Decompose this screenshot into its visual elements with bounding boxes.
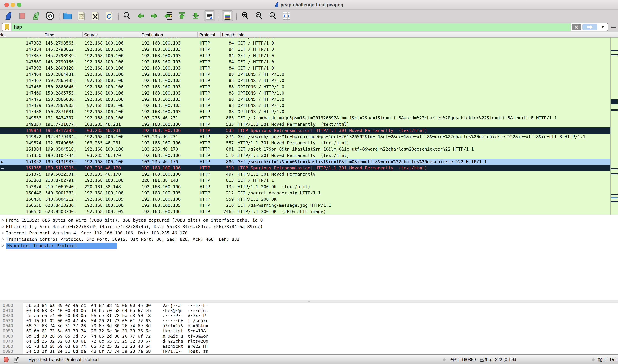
column-header-time[interactable]: Time bbox=[43, 32, 83, 38]
hex-row[interactable]: 005069 6b 61 73 6c 69 73 7426 72 6e 3d 3… bbox=[0, 328, 618, 334]
packet-row[interactable]: 147387145.2798939…192.168.100.106192.168… bbox=[0, 53, 610, 59]
hex-row[interactable]: 001003 68 63 33 40 00 40 0618 b5 c0 a8 6… bbox=[0, 308, 618, 313]
packet-row[interactable]: 147389145.2799150…192.168.100.106192.168… bbox=[0, 59, 610, 65]
capture-options-button[interactable]: ⚙ bbox=[44, 10, 55, 21]
hex-bytes: 65 73 63 68 69 63 6b 74 bbox=[26, 344, 86, 349]
column-header-no[interactable]: No. bbox=[0, 32, 43, 38]
find-packet-button[interactable] bbox=[121, 10, 132, 21]
display-filter-input[interactable] bbox=[12, 23, 571, 31]
cell-time: 192.6749630… bbox=[43, 140, 83, 146]
packet-row[interactable]: 151375199.5822381…103.235.46.170192.168.… bbox=[0, 171, 610, 177]
packet-row[interactable]: 147383145.2798565…192.168.100.106192.168… bbox=[0, 40, 610, 46]
packet-row[interactable]: 149841191.9717388…103.235.46.231192.168.… bbox=[0, 128, 610, 134]
zoom-normal-button[interactable] bbox=[267, 10, 278, 21]
packet-row[interactable]: 147479150.2867903…192.168.100.106192.168… bbox=[0, 103, 610, 109]
packet-row[interactable]: 153874219.1069540…220.181.38.148192.168.… bbox=[0, 184, 610, 190]
packet-list: 147382145.2798465…192.168.100.106192.168… bbox=[0, 38, 610, 215]
column-header-dst[interactable]: Destination bbox=[140, 32, 198, 38]
expert-info-icon[interactable] bbox=[4, 357, 9, 363]
filter-add-button[interactable] bbox=[611, 26, 616, 28]
stop-capture-button[interactable] bbox=[17, 10, 28, 21]
packet-row[interactable]: 147468150.2865646…192.168.100.106192.168… bbox=[0, 84, 610, 90]
hex-row[interactable]: 007064 3d 25 32 32 63 68 6172 6c 65 73 2… bbox=[0, 339, 618, 344]
filter-bookmark-button[interactable] bbox=[2, 23, 12, 31]
packet-row[interactable]: 160650628.8503740…192.168.100.105192.168… bbox=[0, 208, 610, 215]
filter-clear-button[interactable]: ✕ bbox=[572, 24, 581, 30]
column-header-info[interactable]: Info bbox=[236, 32, 618, 38]
packet-row[interactable]: 147469150.2865753…192.168.100.106192.168… bbox=[0, 90, 610, 96]
hex-row[interactable]: 003001 f5 bf 02 00 00 47 4554 20 2f 73 6… bbox=[0, 318, 618, 324]
expand-chevron-icon[interactable]: > bbox=[0, 230, 6, 236]
packet-row[interactable]: 151365199.5115295…103.235.46.170192.168.… bbox=[0, 165, 610, 171]
restart-capture-button[interactable]: ↻ bbox=[30, 10, 42, 21]
packet-row[interactable]: 151304199.0504516…192.168.100.106103.235… bbox=[0, 146, 610, 152]
cell-no: 147468 bbox=[0, 84, 43, 90]
open-file-button[interactable] bbox=[62, 10, 73, 21]
close-file-button[interactable] bbox=[90, 10, 101, 21]
cell-protocol: HTTP bbox=[198, 109, 221, 115]
column-header-src[interactable]: Source bbox=[83, 32, 140, 38]
expand-chevron-icon[interactable]: > bbox=[0, 217, 6, 223]
filter-history-dropdown[interactable]: ▼ bbox=[598, 23, 608, 31]
packet-list-scrollbar[interactable] bbox=[610, 38, 618, 215]
packet-row[interactable]: 147467150.2865498…192.168.100.106192.168… bbox=[0, 78, 610, 84]
detail-tree-row[interactable]: >Transmission Control Protocol, Src Port… bbox=[0, 236, 618, 243]
hex-row[interactable]: 000056 33 84 6a 89 ec 4a cce4 82 88 45 0… bbox=[0, 303, 618, 308]
hex-row[interactable]: 009054 50 2f 31 2e 31 0d 0a48 6f 73 74 3… bbox=[0, 349, 618, 354]
hex-row[interactable]: 004068 3f 63 74 3d 31 37 2670 6e 3d 30 2… bbox=[0, 323, 618, 328]
cell-info: GET / HTTP/1.0 bbox=[236, 38, 610, 40]
title-bar: pcap-challenge-final.pcapng bbox=[0, 0, 618, 10]
reload-file-button[interactable] bbox=[103, 10, 115, 21]
packet-row[interactable]: 149872192.4479404…192.168.100.106103.235… bbox=[0, 134, 610, 140]
packet-row[interactable]: 151352199.3131983…192.168.100.106103.235… bbox=[0, 159, 610, 165]
zoom-out-button[interactable] bbox=[253, 10, 265, 21]
hex-ascii: m=0&ie=u bbox=[162, 334, 184, 339]
svg-text:↻: ↻ bbox=[34, 14, 38, 19]
detail-tree-row[interactable]: >Ethernet II, Src: 4a:cc:e4:82:88:45 (4a… bbox=[0, 223, 618, 230]
packet-row[interactable]: 160446540.6001383…192.168.100.106192.168… bbox=[0, 190, 610, 196]
packet-row[interactable]: 149837191.7721077…103.235.46.231192.168.… bbox=[0, 121, 610, 128]
wireshark-fin-icon bbox=[275, 2, 279, 7]
apply-arrow-icon bbox=[586, 25, 593, 29]
packet-row[interactable]: 149833191.5434307…192.168.100.106103.235… bbox=[0, 115, 610, 121]
go-previous-packet-button[interactable] bbox=[135, 10, 146, 21]
packet-row[interactable]: 153861218.8702791…192.168.100.106220.181… bbox=[0, 177, 610, 183]
cell-protocol: HTTP bbox=[198, 134, 221, 140]
packet-row[interactable]: 147472150.2866030…192.168.100.106192.168… bbox=[0, 96, 610, 103]
hex-row[interactable]: 008065 73 63 68 69 63 6b 7465 72 25 32 3… bbox=[0, 344, 618, 349]
cell-destination: 192.168.100.106 bbox=[140, 196, 198, 202]
resize-columns-button[interactable] bbox=[281, 10, 292, 21]
start-capture-button[interactable] bbox=[3, 10, 14, 21]
filter-apply-button[interactable] bbox=[582, 24, 597, 30]
packet-row[interactable]: 160536628.8413230…192.168.100.106192.168… bbox=[0, 202, 610, 208]
zoom-in-button[interactable] bbox=[239, 10, 251, 21]
expand-chevron-icon[interactable]: > bbox=[0, 223, 6, 230]
capture-comment-icon[interactable] bbox=[13, 356, 19, 363]
cell-time: 218.8702791… bbox=[43, 177, 83, 183]
detail-tree-row[interactable]: >Frame 151352: 886 bytes on wire (7088 b… bbox=[0, 217, 618, 223]
column-header-proto[interactable]: Protocol bbox=[198, 32, 221, 38]
packet-row[interactable]: 147464150.2864481…192.168.100.106192.168… bbox=[0, 71, 610, 78]
packet-row[interactable]: 147384145.2798662…192.168.100.106192.168… bbox=[0, 46, 610, 52]
packet-row[interactable]: 147393145.2800120…192.168.100.106192.168… bbox=[0, 65, 610, 71]
detail-tree-row[interactable]: >Internet Protocol Version 4, Src: 192.1… bbox=[0, 230, 618, 236]
packet-row[interactable]: 147488150.2871081…192.168.100.106192.168… bbox=[0, 109, 610, 115]
go-next-packet-button[interactable] bbox=[149, 10, 160, 21]
packet-row[interactable]: 151350199.3102794…103.235.46.170192.168.… bbox=[0, 153, 610, 159]
go-to-packet-button[interactable] bbox=[162, 10, 174, 21]
detail-tree-row[interactable]: >Hypertext Transfer Protocol bbox=[0, 243, 618, 249]
hex-row[interactable]: 00202e aa c6 e4 00 50 08 0a56 ce 3f 78 b… bbox=[0, 313, 618, 318]
column-header-len[interactable]: Length bbox=[221, 32, 236, 38]
go-last-packet-button[interactable] bbox=[190, 10, 201, 21]
hex-row[interactable]: 00606d 3d 30 26 69 65 3d 7574 66 2d 38 2… bbox=[0, 334, 618, 339]
expand-chevron-icon[interactable]: > bbox=[0, 243, 6, 249]
save-file-button[interactable]: 010100110101110 bbox=[76, 10, 87, 21]
packet-row[interactable]: 149874192.6749630…103.235.46.231192.168.… bbox=[0, 140, 610, 146]
auto-scroll-button[interactable] bbox=[204, 10, 215, 21]
pane-splitter[interactable] bbox=[0, 300, 618, 303]
expand-chevron-icon[interactable]: > bbox=[0, 236, 6, 243]
packet-row[interactable]: 147382145.2798465…192.168.100.106192.168… bbox=[0, 38, 610, 40]
go-first-packet-button[interactable] bbox=[176, 10, 188, 21]
colorize-packets-button[interactable] bbox=[222, 10, 233, 21]
packet-row[interactable]: 160450540.6004212…192.168.100.105192.168… bbox=[0, 196, 610, 202]
